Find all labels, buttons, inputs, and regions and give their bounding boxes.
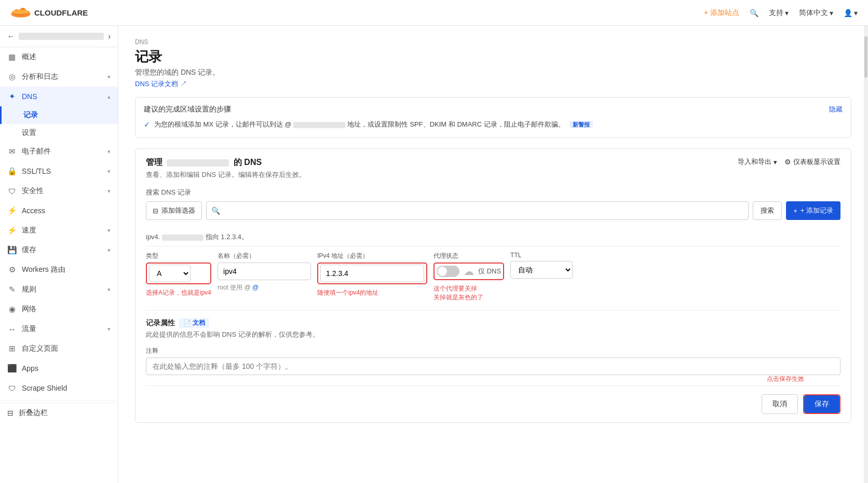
svg-point-4 (12, 10, 30, 14)
main-content: DNS 记录 管理您的域的 DNS 记录。 DNS 记录文档 ↗ 建议的完成区域… (118, 26, 868, 483)
chevron-down-icon: ▾ (107, 326, 111, 333)
chevron-down-icon: ▾ (107, 188, 111, 195)
ttl-select[interactable]: 自动 1分钟 2分钟 5分钟 (510, 261, 573, 279)
search-icon[interactable]: 🔍 (750, 9, 758, 17)
comment-input[interactable] (146, 357, 840, 375)
cache-icon: 💾 (7, 245, 17, 255)
search-input[interactable] (206, 201, 749, 220)
search-icon: 🔍 (211, 206, 220, 215)
sidebar-item-label: 缓存 (22, 245, 36, 255)
suggestion-item: ✓ 为您的根域添加 MX 记录，让邮件可以到达 @ 地址，或设置限制性 SPF、… (144, 119, 843, 130)
sidebar-item-label: Access (22, 206, 45, 215)
sidebar-item-apps[interactable]: ⬛ Apps (0, 358, 118, 378)
proxy-label: 代理状态 (433, 252, 504, 260)
filter-button[interactable]: ⊟ 添加筛选器 (146, 201, 202, 220)
ipv4-label: IPv4 地址（必需） (317, 252, 427, 260)
scrollbar[interactable] (864, 26, 868, 483)
suggestion-title: 建议的完成区域设置的步骤 (144, 105, 843, 114)
back-icon[interactable]: ← (7, 32, 15, 40)
chevron-down-icon: ▾ (774, 158, 777, 166)
sidebar-item-label: Scrape Shield (22, 384, 67, 392)
sidebar-item-label: Apps (22, 364, 38, 372)
proxy-annotation: 这个代理要关掉 关掉就是灰色的了 (433, 284, 504, 302)
workers-icon: ⚙ (7, 265, 17, 274)
ipv4-input-wrapper (317, 263, 427, 284)
record-prefix: ipv4. (146, 233, 160, 241)
sidebar-item-label: 规则 (22, 285, 36, 294)
suggestion-box: 建议的完成区域设置的步骤 ✓ 为您的根域添加 MX 记录，让邮件可以到达 @ 地… (135, 97, 851, 138)
sidebar-item-label: 安全性 (22, 186, 44, 196)
sidebar-item-scrape-shield[interactable]: 🛡 Scrape Shield (0, 378, 118, 398)
add-record-button[interactable]: + + 添加记录 (786, 201, 840, 220)
sidebar-domain-row[interactable]: ← › (0, 26, 118, 47)
doc-badge[interactable]: 📄 文档 (179, 318, 209, 328)
sidebar-subitem-label: 记录 (23, 111, 38, 119)
sidebar-item-email[interactable]: ✉ 电子邮件 ▾ (0, 142, 118, 161)
user-menu[interactable]: 👤▾ (844, 9, 858, 17)
save-button[interactable]: 保存 (804, 395, 839, 413)
fold-icon: ⊟ (7, 409, 13, 417)
record-prop-title: 记录属性 📄 文档 (146, 318, 840, 328)
sidebar-item-speed[interactable]: ⚡ 速度 ▾ (0, 220, 118, 240)
domain-display (19, 33, 104, 40)
name-input[interactable] (218, 263, 311, 280)
ipv4-annotation: 随便填一个ipv4的地址 (317, 288, 427, 297)
logo-text: CLOUDFLARE (34, 8, 88, 17)
network-icon: ◉ (7, 305, 17, 314)
chevron-down-icon: ▾ (107, 247, 111, 254)
sidebar-item-cache[interactable]: 💾 缓存 ▾ (0, 240, 118, 260)
search-button[interactable]: 搜索 (753, 201, 782, 220)
proxy-toggle[interactable] (437, 266, 459, 277)
dashboard-settings-button[interactable]: ⚙ 仪表板显示设置 (784, 157, 840, 167)
sidebar-divider (0, 400, 118, 401)
overview-icon: ▦ (7, 52, 17, 62)
add-site-button[interactable]: + 添加站点 (704, 8, 739, 18)
gear-icon: ⚙ (784, 158, 791, 166)
support-menu[interactable]: 支持 ▾ (769, 8, 789, 18)
type-select[interactable]: A AAAA CNAME MX TXT (149, 265, 191, 282)
language-menu[interactable]: 简体中文 ▾ (799, 8, 833, 18)
dns-mgmt-actions: 导入和导出 ▾ ⚙ 仪表板显示设置 (738, 157, 840, 167)
ipv4-input[interactable] (320, 265, 424, 282)
sidebar-item-analytics[interactable]: ◎ 分析和日志 ▾ (0, 67, 118, 87)
save-annotation: 点击保存生效 (767, 375, 804, 383)
filter-icon: ⊟ (153, 207, 158, 215)
sidebar-subitem-records[interactable]: 记录 (0, 106, 118, 124)
chevron-down-icon: ▾ (854, 9, 858, 17)
doc-link[interactable]: DNS 记录文档 ↗ (135, 79, 187, 89)
sidebar-item-traffic[interactable]: ↔ 流量 ▾ (0, 319, 118, 339)
new-badge: 新警报 (569, 121, 593, 128)
scroll-thumb[interactable] (864, 36, 867, 78)
chevron-down-icon: ▾ (107, 74, 111, 80)
dns-icon: ✦ (7, 92, 17, 101)
name-label: 名称（必需） (218, 252, 311, 260)
sidebar-item-rules[interactable]: ✎ 规则 ▾ (0, 280, 118, 299)
chevron-down-icon: ▾ (107, 227, 111, 234)
cloudflare-logo: CLOUDFLARE (10, 5, 88, 21)
sidebar-item-security[interactable]: 🛡 安全性 ▾ (0, 181, 118, 201)
hide-button[interactable]: 隐藏 (829, 105, 843, 114)
sidebar-item-network[interactable]: ◉ 网络 (0, 299, 118, 319)
fold-sidebar-button[interactable]: ⊟ 折叠边栏 (0, 403, 118, 423)
sidebar-item-access[interactable]: ⚡ Access (0, 201, 118, 220)
security-icon: 🛡 (7, 186, 17, 196)
cancel-button[interactable]: 取消 (762, 394, 798, 414)
root-link[interactable]: @ (252, 284, 259, 291)
sidebar-item-label: Workers 路由 (22, 265, 65, 274)
sidebar-item-custom-pages[interactable]: ⊞ 自定义页面 (0, 339, 118, 358)
forward-icon[interactable]: › (108, 32, 111, 40)
sidebar-item-workers[interactable]: ⚙ Workers 路由 (0, 260, 118, 280)
form-actions: 点击保存生效 取消 保存 (146, 385, 840, 414)
dns-mgmt-header: 管理 的 DNS 导入和导出 ▾ ⚙ 仪表板显示设置 (146, 157, 840, 168)
chevron-down-icon: ▾ (785, 9, 789, 17)
import-export-button[interactable]: 导入和导出 ▾ (738, 157, 777, 167)
search-label: 搜索 DNS 记录 (146, 188, 749, 197)
save-button-wrapper: 保存 (803, 394, 840, 414)
dns-record-header: ipv4. 指向 1.2.3.4。 (146, 228, 840, 246)
sidebar-item-dns[interactable]: ✦ DNS ▴ (0, 87, 118, 106)
record-prop-description: 此处提供的信息不会影响 DNS 记录的解析，仅供您参考。 (146, 330, 840, 339)
sidebar-item-label: 电子邮件 (22, 147, 51, 156)
sidebar-item-overview[interactable]: ▦ 概述 (0, 47, 118, 67)
sidebar-subitem-settings[interactable]: 设置 (0, 124, 118, 142)
sidebar-item-ssl[interactable]: 🔒 SSL/TLS ▾ (0, 161, 118, 181)
